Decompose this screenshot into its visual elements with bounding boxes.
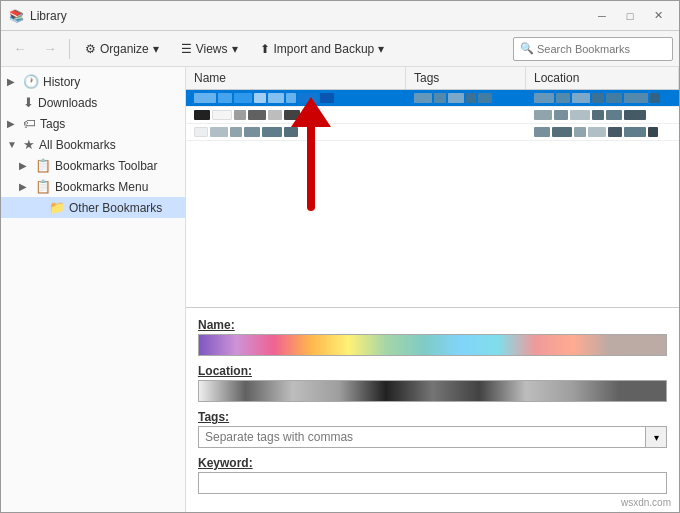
organize-label: Organize [100, 42, 149, 56]
location-field-label: Location: [198, 364, 667, 378]
column-header-name: Name [186, 67, 406, 89]
main-content: ▶ 🕐 History ⬇ Downloads ▶ 🏷 Tags ▼ ★ All… [1, 67, 679, 512]
location-field-input[interactable] [198, 380, 667, 402]
toolbar-separator-1 [69, 39, 70, 59]
loc-color-blocks-1 [534, 93, 660, 103]
close-button[interactable]: ✕ [645, 6, 671, 26]
detail-row-tags: Tags: ▾ [198, 410, 667, 448]
sidebar-label-downloads: Downloads [38, 96, 97, 110]
table-cell-tags-2 [406, 107, 526, 123]
table-cell-name-2 [186, 107, 406, 123]
search-icon: 🔍 [520, 42, 534, 55]
tag-color-blocks-1 [414, 93, 492, 103]
sidebar-item-tags[interactable]: ▶ 🏷 Tags [1, 113, 185, 134]
table-cell-loc-3 [526, 124, 679, 140]
tags-field-label: Tags: [198, 410, 667, 424]
organize-arrow-icon: ▾ [153, 42, 159, 56]
organize-button[interactable]: ⚙ Organize ▾ [76, 36, 168, 62]
loc-color-blocks-2 [534, 110, 646, 120]
watermark: wsxdn.com [621, 497, 671, 508]
keyword-field-input[interactable] [198, 472, 667, 494]
expand-arrow-downloads [7, 97, 19, 108]
history-icon: 🕐 [23, 74, 39, 89]
back-button[interactable]: ← [7, 36, 33, 62]
table-row[interactable] [186, 107, 679, 124]
table-cell-tags-1 [406, 90, 526, 106]
search-box: 🔍 [513, 37, 673, 61]
sidebar-item-history[interactable]: ▶ 🕐 History [1, 71, 185, 92]
import-icon: ⬆ [260, 42, 270, 56]
column-header-tags: Tags [406, 67, 526, 89]
expand-arrow-bookmarks-menu: ▶ [19, 181, 31, 192]
bookmarks-menu-icon: 📋 [35, 179, 51, 194]
bookmarks-toolbar-icon: 📋 [35, 158, 51, 173]
column-header-location: Location [526, 67, 679, 89]
views-button[interactable]: ☰ Views ▾ [172, 36, 247, 62]
title-bar: 📚 Library ─ □ ✕ [1, 1, 679, 31]
sidebar-label-all-bookmarks: All Bookmarks [39, 138, 116, 152]
tags-row: ▾ [198, 426, 667, 448]
details-panel: Name: Location: Tags: ▾ [186, 307, 679, 512]
detail-row-name: Name: [198, 318, 667, 356]
detail-row-keyword: Keyword: [198, 456, 667, 494]
table-row[interactable] [186, 90, 679, 107]
expand-arrow-history: ▶ [7, 76, 19, 87]
name-color-blocks-2 [194, 110, 300, 120]
window-icon: 📚 [9, 9, 24, 23]
sidebar: ▶ 🕐 History ⬇ Downloads ▶ 🏷 Tags ▼ ★ All… [1, 67, 186, 512]
tags-icon: 🏷 [23, 116, 36, 131]
toolbar: ← → ⚙ Organize ▾ ☰ Views ▾ ⬆ Import and … [1, 31, 679, 67]
keyword-field-label: Keyword: [198, 456, 667, 470]
expand-arrow-bookmarks-toolbar: ▶ [19, 160, 31, 171]
organize-gear-icon: ⚙ [85, 42, 96, 56]
downloads-icon: ⬇ [23, 95, 34, 110]
sidebar-label-history: History [43, 75, 80, 89]
views-arrow-icon: ▾ [232, 42, 238, 56]
sidebar-label-other-bookmarks: Other Bookmarks [69, 201, 162, 215]
sidebar-item-other-bookmarks[interactable]: 📁 Other Bookmarks [1, 197, 185, 218]
expand-arrow-other-bookmarks [33, 202, 45, 213]
name-color-blocks-3 [194, 127, 298, 137]
sidebar-item-all-bookmarks[interactable]: ▼ ★ All Bookmarks [1, 134, 185, 155]
name-field-label: Name: [198, 318, 667, 332]
expand-arrow-tags: ▶ [7, 118, 19, 129]
library-window: 📚 Library ─ □ ✕ ← → ⚙ Organize ▾ ☰ Views… [0, 0, 680, 513]
table-row[interactable] [186, 124, 679, 141]
sidebar-item-bookmarks-menu[interactable]: ▶ 📋 Bookmarks Menu [1, 176, 185, 197]
all-bookmarks-star-icon: ★ [23, 137, 35, 152]
title-bar-controls: ─ □ ✕ [589, 6, 671, 26]
minimize-button[interactable]: ─ [589, 6, 615, 26]
import-label: Import and Backup [274, 42, 375, 56]
sidebar-label-tags: Tags [40, 117, 65, 131]
views-label: Views [196, 42, 228, 56]
table-cell-loc-2 [526, 107, 679, 123]
window-title: Library [30, 9, 67, 23]
search-input[interactable] [537, 43, 666, 55]
tags-field-input[interactable] [198, 426, 645, 448]
forward-button[interactable]: → [37, 36, 63, 62]
sidebar-item-bookmarks-toolbar[interactable]: ▶ 📋 Bookmarks Toolbar [1, 155, 185, 176]
expand-arrow-all-bookmarks: ▼ [7, 139, 19, 150]
views-icon: ☰ [181, 42, 192, 56]
table-area: Name Tags Location [186, 67, 679, 307]
table-cell-loc-1 [526, 90, 679, 106]
detail-row-location: Location: [198, 364, 667, 402]
name-color-blocks-1 [194, 93, 334, 103]
tags-dropdown-button[interactable]: ▾ [645, 426, 667, 448]
right-panel: Name Tags Location [186, 67, 679, 512]
table-cell-tags-3 [406, 124, 526, 140]
import-arrow-icon: ▾ [378, 42, 384, 56]
sidebar-item-downloads[interactable]: ⬇ Downloads [1, 92, 185, 113]
table-header: Name Tags Location [186, 67, 679, 90]
table-cell-name-3 [186, 124, 406, 140]
table-cell-name-1 [186, 90, 406, 106]
other-bookmarks-folder-icon: 📁 [49, 200, 65, 215]
import-backup-button[interactable]: ⬆ Import and Backup ▾ [251, 36, 394, 62]
sidebar-label-bookmarks-menu: Bookmarks Menu [55, 180, 148, 194]
name-field-input[interactable] [198, 334, 667, 356]
maximize-button[interactable]: □ [617, 6, 643, 26]
sidebar-label-bookmarks-toolbar: Bookmarks Toolbar [55, 159, 158, 173]
loc-color-blocks-3 [534, 127, 658, 137]
title-bar-left: 📚 Library [9, 9, 67, 23]
